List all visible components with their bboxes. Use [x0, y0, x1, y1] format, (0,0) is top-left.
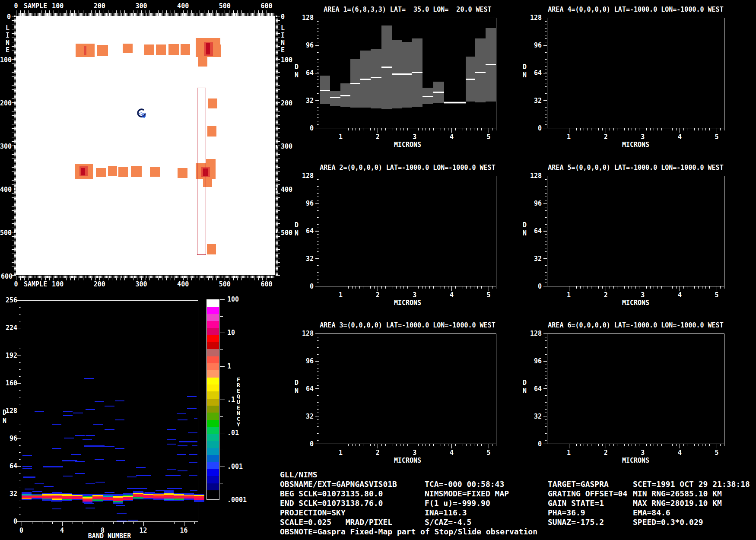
metadata-line: MAX RNG=28019.10 KM [633, 499, 750, 508]
map-line-tick-label: 200 [0, 100, 11, 107]
spectrum-title-area5: AREA 5=(0,0,0,0) LAT=-1000.0 LON=-1000.0… [547, 164, 724, 172]
colorbar-tick-label: .1 [227, 396, 235, 403]
histogram-dash [177, 454, 186, 455]
axis-tick-label: 5 [482, 449, 495, 456]
map-sample-tick-label: 400 [175, 3, 192, 10]
axis-tick-label: 256 [2, 297, 17, 304]
histogram-dash [189, 462, 197, 463]
spectrum-range-bar [371, 49, 381, 108]
colorbar-minor-tick [220, 383, 223, 383]
colorbar-segment [207, 300, 219, 307]
metadata-line: SUNAZ=-175.2 [548, 518, 627, 527]
histogram-y-ticks [17, 300, 21, 522]
axis-tick-label: 5 [710, 449, 723, 456]
axis-label-dn: D N [295, 221, 299, 238]
map-tick-dot [276, 232, 277, 233]
colorbar-segment [207, 413, 219, 420]
metadata-line: TCA=-000 00:58:43 [425, 480, 509, 489]
histogram-dash [167, 439, 176, 440]
spectrum-x-ticks [319, 286, 496, 291]
colorbar-segment [207, 384, 219, 392]
colorbar-tick [220, 400, 225, 400]
map-line-tick-label: 0 [281, 13, 285, 20]
histogram-dash [75, 473, 85, 474]
axis-tick-label: 2 [599, 133, 612, 140]
histogram-dash [179, 441, 197, 442]
axis-label-band-number: BAND NUMBER [21, 532, 198, 540]
map-tick-dot [14, 232, 16, 233]
colorbar-segment [207, 406, 219, 413]
histogram-dash [63, 411, 73, 412]
colorbar-tick-label: 1 [227, 363, 231, 370]
axis-tick-label: 96 [298, 42, 314, 49]
map-sample-tick-label: 600 [258, 3, 275, 10]
map-xlabel-top: SAMPLE [24, 3, 47, 10]
axis-label-microns: MICRONS [547, 141, 724, 149]
spectrum-y-ticks [315, 334, 319, 444]
histogram-dash [71, 454, 81, 455]
colorbar-tick [220, 433, 225, 433]
histogram-dash [189, 454, 197, 455]
map-blob [178, 168, 187, 178]
axis-tick-label: 64 [526, 228, 542, 235]
map-line-tick-label: 400 [0, 186, 11, 193]
axis-tick-label: 1 [334, 449, 347, 456]
histogram-dash [25, 489, 34, 489]
histogram-dash [32, 491, 42, 492]
nims-display-screen: MP AREA 1=(6,8,3,3) LAT= 35.0 LON= 20.0 … [0, 0, 756, 540]
map-blob [206, 43, 210, 54]
spectrum-mean-line [412, 72, 422, 73]
map-line-tick-label: 500 [281, 229, 292, 236]
map-tick-dot [14, 16, 16, 17]
map-sample-tick-label: 200 [91, 281, 108, 288]
colorbar-segment [207, 363, 219, 371]
colorbar-segment [207, 307, 219, 314]
axis-tick-label: 64 [298, 228, 314, 235]
histogram-hot-cell [113, 502, 123, 504]
histogram-dash [190, 490, 197, 491]
axis-tick-label: 32 [298, 255, 314, 262]
spectrum-mean-line [444, 102, 466, 103]
map-line-600-label: 600 [1, 273, 13, 280]
map-ylabel-right: N [281, 39, 285, 46]
colorbar-segment [207, 462, 219, 470]
map-blob [207, 244, 216, 254]
colorbar-segment [207, 321, 219, 328]
spectrum-panel-area5: AREA 5=(0,0,0,0) LAT=-1000.0 LON=-1000.0… [547, 176, 724, 286]
colorbar-segment [207, 356, 219, 364]
axis-tick-label: 0 [526, 125, 542, 132]
spectrum-mean-line [371, 77, 381, 78]
metadata-line: NIMSMODE=FIXED MAP [425, 489, 509, 499]
colorbar-minor-tick [220, 349, 223, 350]
map-tick-dot [276, 145, 277, 147]
histogram-dash [167, 488, 182, 489]
colorbar-segment [207, 399, 219, 406]
axis-tick-label: 64 [2, 463, 17, 470]
metadata-line: F(1 u)=-999.90 [425, 499, 509, 508]
histogram-dash [64, 438, 73, 438]
metadata-line: BEG SCLK=01073135.80.0 [280, 489, 537, 499]
axis-label-dn: D N [523, 221, 527, 238]
axis-tick-label: 128 [298, 14, 314, 21]
histogram-dash [189, 475, 197, 476]
metadata-line: END SCLK=01073138.76.0 [280, 499, 537, 508]
colorbar-tick-label: 10 [227, 329, 235, 336]
histogram-dash [105, 429, 114, 430]
histogram-dash [145, 492, 155, 493]
spectrum-range-bar [402, 42, 412, 108]
histogram-hot-cell [22, 499, 32, 500]
axis-tick-label: 1 [562, 133, 575, 140]
colorbar-segment [207, 434, 219, 441]
map-line-tick-label: 200 [281, 100, 292, 107]
axis-tick-label: 4 [673, 133, 686, 140]
colorbar-segment [207, 328, 219, 335]
map-sample-tick-label: 500 [216, 281, 233, 288]
axis-tick-label: 2 [371, 449, 384, 456]
metadata-line: OBSNOTE=Gaspra Fixed-Map part of Stop/Sl… [280, 527, 537, 537]
map-blob [97, 45, 108, 56]
spectrum-panel-area4: AREA 4=(0,0,0,0) LAT=-1000.0 LON=-1000.0… [547, 18, 724, 128]
axis-tick-label: 32 [526, 97, 542, 104]
axis-tick-label: 2 [599, 449, 612, 456]
histogram-dash [178, 445, 187, 446]
metadata-line: PROJECTION=SKY [280, 508, 537, 518]
